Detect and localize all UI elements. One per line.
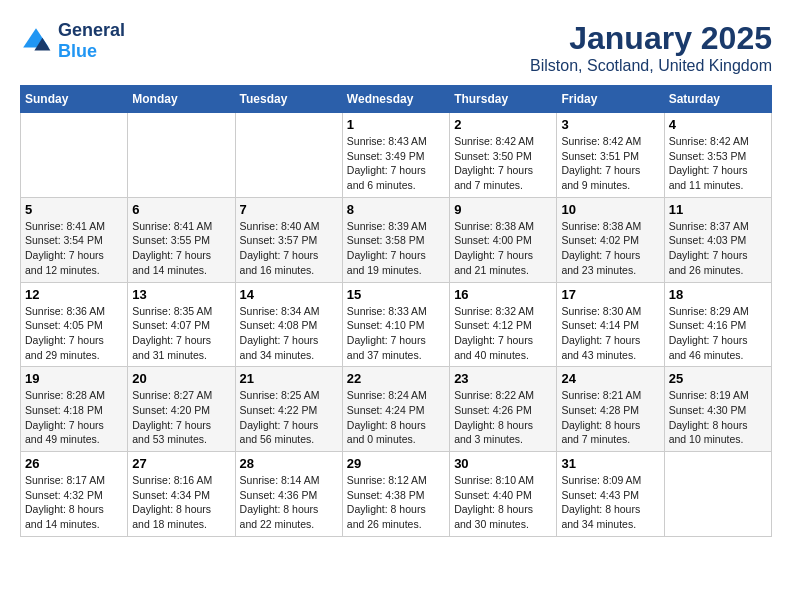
day-info: Sunrise: 8:17 AMSunset: 4:32 PMDaylight:… (25, 474, 105, 530)
table-row: 18 Sunrise: 8:29 AMSunset: 4:16 PMDaylig… (664, 282, 771, 367)
logo-blue: Blue (58, 41, 97, 61)
day-number: 19 (25, 371, 123, 386)
table-row: 27 Sunrise: 8:16 AMSunset: 4:34 PMDaylig… (128, 452, 235, 537)
day-number: 8 (347, 202, 445, 217)
table-row: 24 Sunrise: 8:21 AMSunset: 4:28 PMDaylig… (557, 367, 664, 452)
table-row: 2 Sunrise: 8:42 AMSunset: 3:50 PMDayligh… (450, 113, 557, 198)
col-thursday: Thursday (450, 86, 557, 113)
day-info: Sunrise: 8:41 AMSunset: 3:54 PMDaylight:… (25, 220, 105, 276)
table-row: 16 Sunrise: 8:32 AMSunset: 4:12 PMDaylig… (450, 282, 557, 367)
col-friday: Friday (557, 86, 664, 113)
table-row: 23 Sunrise: 8:22 AMSunset: 4:26 PMDaylig… (450, 367, 557, 452)
day-info: Sunrise: 8:38 AMSunset: 4:00 PMDaylight:… (454, 220, 534, 276)
month-title: January 2025 (530, 20, 772, 57)
day-info: Sunrise: 8:25 AMSunset: 4:22 PMDaylight:… (240, 389, 320, 445)
table-row: 4 Sunrise: 8:42 AMSunset: 3:53 PMDayligh… (664, 113, 771, 198)
day-info: Sunrise: 8:27 AMSunset: 4:20 PMDaylight:… (132, 389, 212, 445)
day-number: 11 (669, 202, 767, 217)
logo-icon (20, 25, 52, 57)
day-info: Sunrise: 8:33 AMSunset: 4:10 PMDaylight:… (347, 305, 427, 361)
day-number: 4 (669, 117, 767, 132)
day-number: 5 (25, 202, 123, 217)
table-row: 28 Sunrise: 8:14 AMSunset: 4:36 PMDaylig… (235, 452, 342, 537)
table-row (21, 113, 128, 198)
table-row: 7 Sunrise: 8:40 AMSunset: 3:57 PMDayligh… (235, 197, 342, 282)
day-info: Sunrise: 8:29 AMSunset: 4:16 PMDaylight:… (669, 305, 749, 361)
day-number: 6 (132, 202, 230, 217)
day-number: 7 (240, 202, 338, 217)
calendar-week-row: 5 Sunrise: 8:41 AMSunset: 3:54 PMDayligh… (21, 197, 772, 282)
day-info: Sunrise: 8:19 AMSunset: 4:30 PMDaylight:… (669, 389, 749, 445)
table-row: 10 Sunrise: 8:38 AMSunset: 4:02 PMDaylig… (557, 197, 664, 282)
day-number: 25 (669, 371, 767, 386)
table-row: 25 Sunrise: 8:19 AMSunset: 4:30 PMDaylig… (664, 367, 771, 452)
day-info: Sunrise: 8:16 AMSunset: 4:34 PMDaylight:… (132, 474, 212, 530)
day-info: Sunrise: 8:22 AMSunset: 4:26 PMDaylight:… (454, 389, 534, 445)
day-number: 23 (454, 371, 552, 386)
col-tuesday: Tuesday (235, 86, 342, 113)
table-row: 11 Sunrise: 8:37 AMSunset: 4:03 PMDaylig… (664, 197, 771, 282)
logo-general: General (58, 20, 125, 40)
table-row: 9 Sunrise: 8:38 AMSunset: 4:00 PMDayligh… (450, 197, 557, 282)
logo: General Blue (20, 20, 125, 62)
day-info: Sunrise: 8:30 AMSunset: 4:14 PMDaylight:… (561, 305, 641, 361)
table-row: 13 Sunrise: 8:35 AMSunset: 4:07 PMDaylig… (128, 282, 235, 367)
day-info: Sunrise: 8:12 AMSunset: 4:38 PMDaylight:… (347, 474, 427, 530)
calendar-week-row: 26 Sunrise: 8:17 AMSunset: 4:32 PMDaylig… (21, 452, 772, 537)
day-number: 1 (347, 117, 445, 132)
table-row: 15 Sunrise: 8:33 AMSunset: 4:10 PMDaylig… (342, 282, 449, 367)
table-row: 1 Sunrise: 8:43 AMSunset: 3:49 PMDayligh… (342, 113, 449, 198)
calendar-header-row: Sunday Monday Tuesday Wednesday Thursday… (21, 86, 772, 113)
calendar-week-row: 19 Sunrise: 8:28 AMSunset: 4:18 PMDaylig… (21, 367, 772, 452)
day-info: Sunrise: 8:32 AMSunset: 4:12 PMDaylight:… (454, 305, 534, 361)
day-info: Sunrise: 8:36 AMSunset: 4:05 PMDaylight:… (25, 305, 105, 361)
day-number: 29 (347, 456, 445, 471)
table-row: 12 Sunrise: 8:36 AMSunset: 4:05 PMDaylig… (21, 282, 128, 367)
day-number: 15 (347, 287, 445, 302)
day-info: Sunrise: 8:24 AMSunset: 4:24 PMDaylight:… (347, 389, 427, 445)
day-number: 18 (669, 287, 767, 302)
day-info: Sunrise: 8:37 AMSunset: 4:03 PMDaylight:… (669, 220, 749, 276)
calendar-week-row: 1 Sunrise: 8:43 AMSunset: 3:49 PMDayligh… (21, 113, 772, 198)
table-row: 30 Sunrise: 8:10 AMSunset: 4:40 PMDaylig… (450, 452, 557, 537)
day-number: 21 (240, 371, 338, 386)
day-number: 2 (454, 117, 552, 132)
day-number: 14 (240, 287, 338, 302)
day-info: Sunrise: 8:35 AMSunset: 4:07 PMDaylight:… (132, 305, 212, 361)
table-row (664, 452, 771, 537)
calendar: Sunday Monday Tuesday Wednesday Thursday… (20, 85, 772, 537)
header: General Blue January 2025 Bilston, Scotl… (20, 20, 772, 75)
day-number: 3 (561, 117, 659, 132)
table-row: 17 Sunrise: 8:30 AMSunset: 4:14 PMDaylig… (557, 282, 664, 367)
day-info: Sunrise: 8:28 AMSunset: 4:18 PMDaylight:… (25, 389, 105, 445)
table-row: 6 Sunrise: 8:41 AMSunset: 3:55 PMDayligh… (128, 197, 235, 282)
day-number: 20 (132, 371, 230, 386)
day-number: 27 (132, 456, 230, 471)
table-row (235, 113, 342, 198)
day-info: Sunrise: 8:10 AMSunset: 4:40 PMDaylight:… (454, 474, 534, 530)
day-info: Sunrise: 8:21 AMSunset: 4:28 PMDaylight:… (561, 389, 641, 445)
col-saturday: Saturday (664, 86, 771, 113)
table-row: 8 Sunrise: 8:39 AMSunset: 3:58 PMDayligh… (342, 197, 449, 282)
day-number: 24 (561, 371, 659, 386)
table-row: 20 Sunrise: 8:27 AMSunset: 4:20 PMDaylig… (128, 367, 235, 452)
day-number: 30 (454, 456, 552, 471)
day-info: Sunrise: 8:09 AMSunset: 4:43 PMDaylight:… (561, 474, 641, 530)
day-number: 9 (454, 202, 552, 217)
day-info: Sunrise: 8:42 AMSunset: 3:53 PMDaylight:… (669, 135, 749, 191)
day-number: 26 (25, 456, 123, 471)
table-row: 26 Sunrise: 8:17 AMSunset: 4:32 PMDaylig… (21, 452, 128, 537)
table-row: 3 Sunrise: 8:42 AMSunset: 3:51 PMDayligh… (557, 113, 664, 198)
table-row: 14 Sunrise: 8:34 AMSunset: 4:08 PMDaylig… (235, 282, 342, 367)
day-number: 10 (561, 202, 659, 217)
table-row: 31 Sunrise: 8:09 AMSunset: 4:43 PMDaylig… (557, 452, 664, 537)
logo-text: General Blue (58, 20, 125, 62)
table-row: 22 Sunrise: 8:24 AMSunset: 4:24 PMDaylig… (342, 367, 449, 452)
day-info: Sunrise: 8:14 AMSunset: 4:36 PMDaylight:… (240, 474, 320, 530)
day-number: 12 (25, 287, 123, 302)
table-row (128, 113, 235, 198)
col-monday: Monday (128, 86, 235, 113)
day-number: 31 (561, 456, 659, 471)
day-info: Sunrise: 8:42 AMSunset: 3:50 PMDaylight:… (454, 135, 534, 191)
day-number: 22 (347, 371, 445, 386)
